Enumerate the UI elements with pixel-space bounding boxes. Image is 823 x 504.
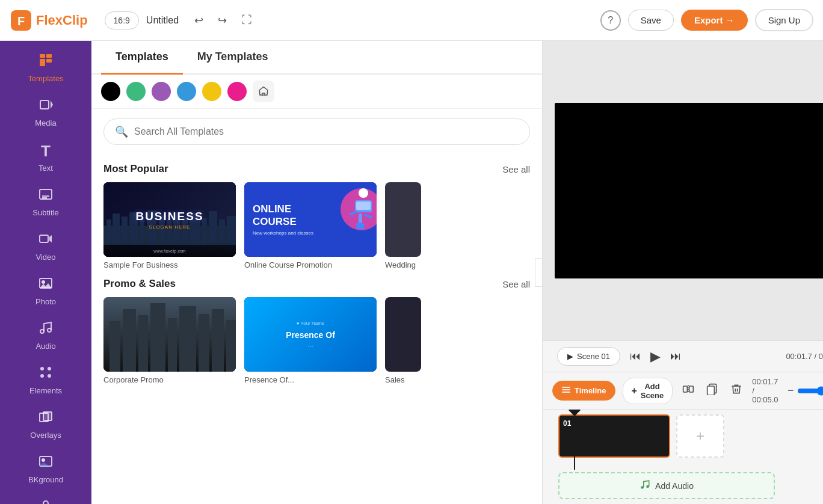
svg-marker-7 xyxy=(51,100,53,109)
color-swatch-purple[interactable] xyxy=(152,82,171,101)
add-scene-button[interactable]: + Add Scene xyxy=(623,378,673,404)
split-clip-button[interactable] xyxy=(680,381,697,401)
color-swatch-pink[interactable] xyxy=(227,82,247,101)
zoom-slider[interactable] xyxy=(797,386,823,396)
aspect-ratio-button[interactable]: 16:9 xyxy=(105,11,139,29)
next-scene-button[interactable]: ⏭ xyxy=(670,350,681,363)
scene-clip-number: 01 xyxy=(563,419,571,428)
save-button[interactable]: Save xyxy=(628,10,674,31)
prev-scene-button[interactable]: ⏮ xyxy=(630,350,641,363)
bkground-icon xyxy=(39,454,53,472)
help-button[interactable]: ? xyxy=(600,10,621,31)
add-audio-icon xyxy=(640,479,650,492)
template-card-business[interactable]: BUSINESS SLOGAN HERE www.flexclip.com Sa… xyxy=(103,182,236,269)
sidebar-item-video[interactable]: Video xyxy=(0,224,91,269)
add-scene-label: Add Scene xyxy=(641,382,664,400)
template-name-business: Sample For Business xyxy=(103,260,236,269)
color-row xyxy=(91,75,542,109)
svg-rect-41 xyxy=(227,216,236,244)
play-scene-label: Scene 01 xyxy=(577,352,610,361)
undo-button[interactable]: ↩ xyxy=(191,10,207,31)
zoom-out-button[interactable]: − xyxy=(788,384,794,397)
sidebar-item-photo[interactable]: Photo xyxy=(0,269,91,313)
elements-icon xyxy=(39,365,53,383)
svg-rect-54 xyxy=(150,303,165,372)
text-icon: T xyxy=(41,142,51,161)
promo-sales-see-all[interactable]: See all xyxy=(502,279,530,289)
color-swatch-black[interactable] xyxy=(101,82,120,101)
svg-point-15 xyxy=(40,330,44,333)
sidebar-item-elements[interactable]: Elements xyxy=(0,358,91,402)
business-slogan: SLOGAN HERE xyxy=(149,224,191,230)
sidebar-item-text[interactable]: T Text xyxy=(0,135,91,180)
play-button[interactable]: ▶ xyxy=(650,349,661,364)
template-name-promo2: Presence Of... xyxy=(244,375,377,384)
promo-sales-header: Promo & Sales See all xyxy=(103,278,530,290)
fill-icon-button[interactable] xyxy=(253,81,274,102)
template-card-promo2[interactable]: ● Your Name Presence Of ... Presence Of.… xyxy=(244,297,377,384)
timeline-toolbar: Timeline + Add Scene 00:01.7 / 00:05.0 xyxy=(543,372,823,410)
fullscreen-button[interactable]: ⛶ xyxy=(238,10,256,30)
timeline-track: 01 + Add Audio xyxy=(543,410,823,504)
sidebar-item-subtitle[interactable]: Subtitle xyxy=(0,180,91,224)
export-button[interactable]: Export → xyxy=(681,10,748,31)
thumb-promo3-inner xyxy=(385,297,421,372)
search-input[interactable] xyxy=(134,126,519,137)
add-audio-button[interactable]: Add Audio xyxy=(558,472,775,499)
delete-clip-button[interactable] xyxy=(728,381,745,401)
time-current: 00:01.7 xyxy=(786,352,812,361)
template-card-wedding[interactable]: Wedding xyxy=(385,182,421,269)
most-popular-grid: BUSINESS SLOGAN HERE www.flexclip.com Sa… xyxy=(103,182,530,269)
template-thumb-wedding xyxy=(385,182,421,257)
signup-button[interactable]: Sign Up xyxy=(755,9,813,31)
sidebar-item-bkground[interactable]: BKground xyxy=(0,447,91,491)
svg-rect-51 xyxy=(109,321,120,372)
color-swatch-green[interactable] xyxy=(126,82,146,101)
svg-rect-49 xyxy=(360,223,365,230)
collapse-panel-button[interactable]: ‹ xyxy=(535,258,543,287)
timeline-label: Timeline xyxy=(575,386,606,395)
sidebar-item-templates[interactable]: Templates xyxy=(0,46,91,90)
svg-rect-40 xyxy=(219,220,225,244)
logo-icon: F xyxy=(10,9,32,32)
template-card-course[interactable]: ONLINECOURSE New workshops and classes O… xyxy=(244,182,377,269)
template-name-promo3: Sales xyxy=(385,375,421,384)
add-scene-clip[interactable]: + xyxy=(676,414,724,458)
time-display: 00:01.7 / 00:05.0 xyxy=(786,352,823,361)
sidebar-item-branding[interactable]: Branding xyxy=(0,491,91,504)
redo-button[interactable]: ↪ xyxy=(214,10,230,31)
sidebar: Templates Media T Text Subtitle Video xyxy=(0,41,91,504)
template-card-promo1[interactable]: Corporate Promo xyxy=(103,297,236,384)
search-icon: 🔍 xyxy=(115,125,128,138)
duplicate-clip-button[interactable] xyxy=(704,381,721,401)
subtitle-icon xyxy=(39,187,53,205)
time-total: 00:05.0 xyxy=(819,352,823,361)
svg-rect-67 xyxy=(707,386,715,395)
svg-text:F: F xyxy=(17,14,25,28)
template-thumb-course: ONLINECOURSE New workshops and classes xyxy=(244,182,377,257)
svg-marker-12 xyxy=(49,235,52,242)
add-audio-label: Add Audio xyxy=(655,481,694,491)
sidebar-item-media[interactable]: Media xyxy=(0,90,91,135)
template-card-promo3[interactable]: Sales xyxy=(385,297,421,384)
tab-templates[interactable]: Templates xyxy=(101,41,183,75)
thumb-business-inner: BUSINESS SLOGAN HERE www.flexclip.com xyxy=(103,182,236,257)
tab-my-templates[interactable]: My Templates xyxy=(183,41,283,75)
promo-sales-grid: Corporate Promo ● Your Name Presence Of … xyxy=(103,297,530,384)
svg-rect-58 xyxy=(212,309,224,372)
color-swatch-blue[interactable] xyxy=(177,82,196,101)
panel-tabs: Templates My Templates xyxy=(91,41,542,75)
color-swatch-yellow[interactable] xyxy=(202,82,221,101)
business-url: www.flexclip.com xyxy=(153,249,185,253)
most-popular-see-all[interactable]: See all xyxy=(502,164,530,174)
timeline-button[interactable]: Timeline xyxy=(552,381,615,401)
sidebar-item-audio[interactable]: Audio xyxy=(0,313,91,358)
sidebar-item-overlays[interactable]: Overlays xyxy=(0,402,91,447)
svg-point-25 xyxy=(43,501,48,504)
template-name-wedding: Wedding xyxy=(385,260,421,269)
sidebar-item-text-label: Text xyxy=(39,164,53,173)
play-scene-button[interactable]: ▶ Scene 01 xyxy=(557,347,620,366)
add-scene-icon: + xyxy=(632,386,637,396)
template-thumb-promo3 xyxy=(385,297,421,372)
svg-rect-34 xyxy=(167,220,171,244)
